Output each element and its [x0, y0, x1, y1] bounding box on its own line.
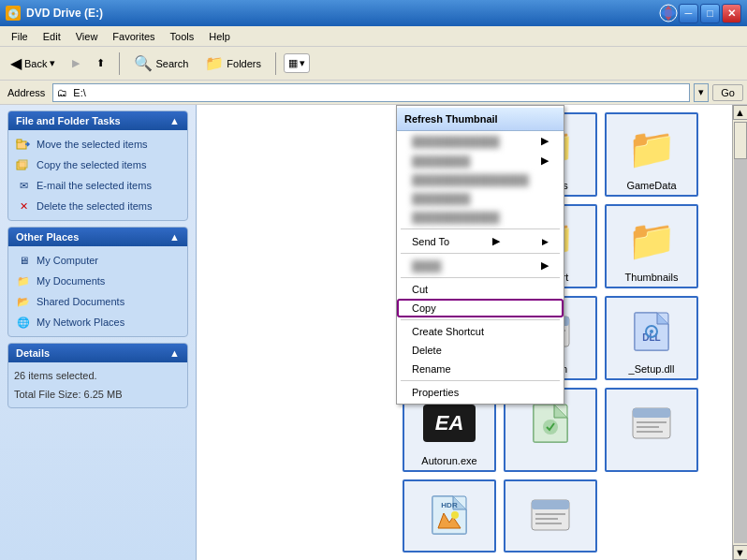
file-item-12[interactable]: [605, 388, 698, 472]
scroll-up[interactable]: ▲: [733, 105, 748, 120]
minimize-button[interactable]: ─: [679, 4, 698, 23]
file-item-14[interactable]: [504, 479, 597, 553]
close-button[interactable]: ✕: [722, 4, 741, 23]
ctx-blurred-1[interactable]: ████████████ ▶: [397, 131, 564, 151]
ctx-cut[interactable]: Cut: [397, 280, 564, 299]
svg-text:HDR: HDR: [441, 501, 458, 509]
ctx-delete[interactable]: Delete: [397, 341, 564, 360]
scrollbar[interactable]: ▲ ▼: [732, 105, 747, 560]
ctx-sep-4: [401, 319, 560, 320]
menu-file[interactable]: File: [4, 29, 36, 44]
ctx-rename[interactable]: Rename: [397, 360, 564, 378]
svg-point-28: [451, 511, 459, 519]
setup-dll-label: _Setup.dll: [629, 363, 675, 375]
ctx-sep-5: [401, 380, 560, 381]
ctx-blurred-2-label: ████████: [412, 155, 470, 167]
back-button[interactable]: ◀ Back ▾: [4, 51, 62, 76]
sidebar: File and Folder Tasks ▲ Move the selecte…: [0, 105, 197, 560]
back-dropdown[interactable]: ▾: [50, 57, 55, 69]
file-hdr[interactable]: HDR: [403, 479, 496, 553]
sidebar-move-items[interactable]: Move the selected items: [12, 134, 183, 155]
menu-help[interactable]: Help: [201, 29, 238, 44]
folders-label: Folders: [227, 58, 261, 69]
sidebar-network-places[interactable]: 🌐 My Network Places: [12, 312, 183, 332]
sidebar-email-items[interactable]: ✉ E-mail the selected items: [12, 175, 183, 196]
ctx-create-shortcut[interactable]: Create Shortcut: [397, 322, 564, 341]
menu-favorites[interactable]: Favorites: [105, 29, 162, 44]
file-folder-tasks-title: File and Folder Tasks: [16, 115, 121, 126]
ctx-blurred-4[interactable]: ████████: [397, 189, 564, 208]
svg-rect-4: [19, 160, 27, 168]
file-thumbnails[interactable]: 📁 Thumbnails: [605, 204, 698, 288]
ctx-blurred-3[interactable]: ████████████████: [397, 170, 564, 189]
ctx-rename-label: Rename: [412, 363, 451, 375]
gamedata-label: GameData: [626, 180, 676, 191]
move-icon: [16, 137, 31, 152]
details-collapse-icon: ▲: [169, 347, 180, 359]
sidebar-delete-items[interactable]: ✕ Delete the selected items: [12, 196, 183, 216]
up-icon: ⬆: [96, 57, 105, 69]
sidebar-shared-documents[interactable]: 📂 Shared Documents: [12, 291, 183, 312]
forward-icon: ▶: [72, 57, 80, 69]
ctx-blurred-4-label: ████████: [412, 193, 470, 204]
details-header[interactable]: Details ▲: [8, 344, 187, 362]
file-setup-dll[interactable]: DLL _Setup.dll: [605, 296, 698, 380]
ctx-sep-1: [401, 228, 560, 229]
back-label: Back: [24, 58, 47, 69]
ctx-blurred-6-label: ████: [412, 260, 441, 272]
ctx-blurred-1-arrow: ▶: [541, 135, 549, 147]
my-documents-icon: 📁: [16, 273, 31, 288]
details-content: 26 items selected. Total File Size: 6.25…: [8, 362, 187, 407]
scroll-down[interactable]: ▼: [733, 545, 748, 560]
svg-rect-24: [637, 426, 659, 428]
sidebar-my-computer[interactable]: 🖥 My Computer: [12, 250, 183, 271]
file-folder-tasks-header[interactable]: File and Folder Tasks ▲: [8, 111, 187, 130]
ctx-cut-label: Cut: [412, 284, 428, 295]
ctx-blurred-2[interactable]: ████████ ▶: [397, 151, 564, 170]
setup-dll-icon: DLL: [622, 302, 681, 361]
sidebar-copy-items[interactable]: Copy the selected items: [12, 155, 183, 175]
sidebar-my-documents[interactable]: 📁 My Documents: [12, 271, 183, 291]
thumbnails-folder-icon: 📁: [622, 210, 681, 270]
ctx-blurred-3-label: ████████████████: [412, 174, 529, 185]
forward-button[interactable]: ▶: [66, 53, 86, 73]
toolbar-divider-1: [119, 52, 120, 75]
shared-docs-icon: 📂: [16, 294, 31, 309]
details-section: Details ▲ 26 items selected. Total File …: [7, 343, 188, 408]
view-dropdown[interactable]: ▦ ▾: [284, 53, 310, 73]
network-icon: 🌐: [16, 315, 31, 330]
menu-view[interactable]: View: [68, 29, 106, 44]
ctx-properties-label: Properties: [412, 387, 459, 398]
menu-edit[interactable]: Edit: [36, 29, 68, 44]
other-places-content: 🖥 My Computer 📁 My Documents 📂 Shared Do…: [8, 246, 187, 336]
delete-icon: ✕: [16, 199, 31, 214]
maximize-button[interactable]: □: [700, 4, 720, 23]
ctx-sep-3: [401, 277, 560, 278]
folders-button[interactable]: 📁 Folders: [198, 51, 268, 76]
other-places-title: Other Places: [16, 231, 79, 243]
up-button[interactable]: ⬆: [90, 53, 111, 73]
menu-tools[interactable]: Tools: [163, 29, 202, 44]
address-folder-icon: 🗂: [53, 85, 71, 100]
ctx-properties[interactable]: Properties: [397, 383, 564, 402]
ctx-blurred-5[interactable]: ████████████: [397, 208, 564, 227]
file-gamedata[interactable]: 📁 GameData: [605, 112, 698, 197]
title-bar: 💿 DVD Drive (E:) ─ □ ✕: [0, 0, 747, 26]
other-places-header[interactable]: Other Places ▲: [8, 228, 187, 246]
copy-items-label: Copy the selected items: [37, 159, 146, 170]
ctx-blurred-5-label: ████████████: [412, 212, 500, 223]
svg-rect-33: [535, 523, 562, 524]
ctx-copy[interactable]: Copy: [397, 299, 564, 317]
go-button[interactable]: Go: [712, 84, 743, 101]
ctx-sendto[interactable]: Send To ▶: [397, 231, 564, 251]
svg-rect-25: [637, 431, 663, 433]
search-icon: 🔍: [134, 54, 153, 72]
toolbar-divider-2: [275, 52, 276, 75]
address-dropdown[interactable]: ▾: [694, 83, 709, 102]
scroll-thumb[interactable]: [734, 122, 747, 159]
ctx-sep-2: [401, 253, 560, 254]
svg-rect-31: [535, 513, 565, 515]
ctx-blurred-6[interactable]: ████ ▶: [397, 256, 564, 275]
search-button[interactable]: 🔍 Search: [127, 51, 195, 76]
address-value[interactable]: E:\: [71, 87, 689, 98]
